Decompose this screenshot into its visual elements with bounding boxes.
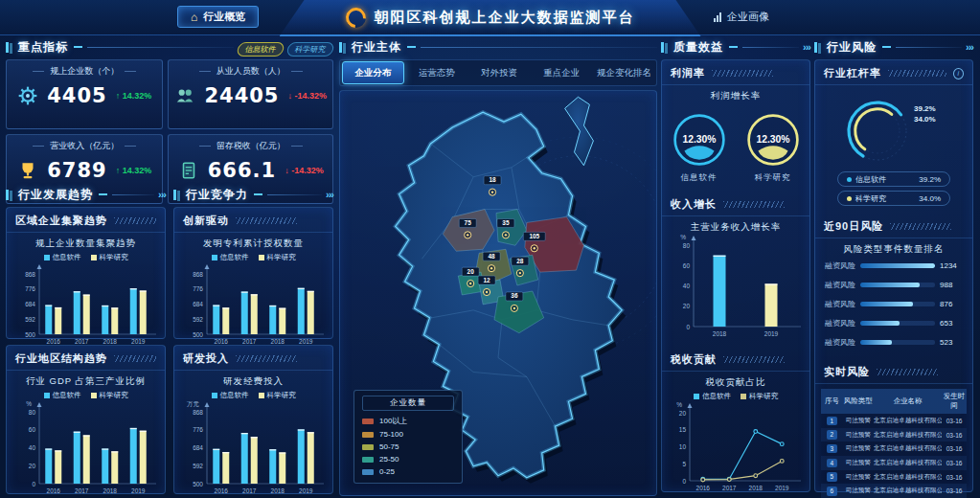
risk-bar-fill [860, 340, 892, 345]
header-line [112, 194, 154, 195]
block-subtitle: 近90日风险 [824, 219, 883, 234]
legend-label: 75-100 [379, 430, 403, 439]
card-subtitle: 行业地区结构趋势 [15, 351, 107, 366]
svg-label: 500 [193, 331, 203, 338]
legend-swatch [741, 394, 746, 399]
legend-name: 科学研究 [100, 391, 128, 400]
key-indicators-section: 重点指标 信息软件科学研究 规上企业数（个）4405↑ 14.32%从业人员数（… [6, 38, 333, 204]
bar-chart-icon [714, 12, 721, 22]
block-subheader: 收入增长 [662, 192, 809, 216]
section-title: 行业风险 [827, 39, 877, 56]
nav-tab-enterprise-profile[interactable]: 企业画像 [714, 10, 769, 24]
header-line [267, 194, 322, 195]
svg-label: 12.30% [682, 134, 716, 145]
more-arrows-icon[interactable]: ››› [326, 189, 333, 200]
kpi-delta: ↓ -14.32% [287, 91, 327, 101]
chart-title: 发明专利累计授权数量 [174, 238, 332, 250]
chart-title: 风险类型事件数量排名 [815, 243, 972, 256]
table-row: 2司法预警北京启迪卓越科技有限公司03-16 [821, 428, 967, 442]
legend-item: 信息软件 [212, 253, 249, 262]
more-arrows-icon[interactable]: ››› [966, 41, 973, 53]
svg-label: 40 [28, 444, 35, 451]
table-cell: 2 [821, 428, 843, 442]
table-cell: 司法预警 [843, 441, 874, 456]
kpi-card-title: 从业人员数（人） [174, 65, 327, 78]
table-head: 序号风险类型企业名称发生时间 [821, 389, 967, 414]
legend-label: 25-50 [379, 455, 399, 464]
svg-label: 2016 [696, 485, 711, 491]
card-subtitle: 研发投入 [183, 351, 229, 366]
main-header: 行业主体 [339, 38, 657, 56]
svg-label: 592 [25, 316, 35, 323]
map-legend-items: 100以上75-10050-7525-500-25 [362, 416, 454, 476]
legend-item: 信息软件 [694, 392, 731, 401]
app-title-bar: 朝阳区科创规上企业大数据监测平台 [280, 0, 701, 36]
chart-legend: 信息软件科学研究 [212, 253, 296, 262]
table-cell: 司法预警 [843, 428, 874, 442]
hatch-decoration [712, 70, 773, 77]
table-cell: 03-16 [942, 428, 967, 442]
tax-icon [178, 160, 199, 181]
leverage-legend-item: 科学研究34.0% [837, 191, 950, 206]
legend-swatch [362, 419, 374, 424]
more-arrows-icon[interactable]: ››› [803, 41, 810, 53]
table-row: 4司法预警北京启迪卓越科技有限公司03-16 [821, 456, 967, 470]
tab-0[interactable]: 企业分布 [342, 61, 404, 84]
gauge-label: 科学研究 [755, 172, 791, 184]
legend-swatch [362, 444, 374, 450]
title-dash [74, 46, 82, 48]
info-icon[interactable]: i [953, 68, 964, 79]
risk-bar-value: 988 [940, 281, 963, 289]
tab-2[interactable]: 对外投资 [468, 61, 529, 84]
legend-swatch [362, 457, 374, 463]
risk-bar-track [860, 283, 935, 287]
tab-1[interactable]: 运营态势 [406, 61, 467, 84]
risk-header: 行业风险 ››› [814, 38, 973, 56]
svg-label: 2017 [242, 487, 257, 494]
profit-gauge: 12.30%信息软件 [672, 112, 727, 184]
block-subtitle: 利润率 [671, 66, 705, 80]
legend-swatch [212, 393, 217, 398]
table-cell: 1 [821, 414, 843, 428]
svg-label: 2019 [299, 338, 313, 345]
category-tag-yellow[interactable]: 信息软件 [236, 42, 285, 57]
svg-label: 776 [193, 285, 203, 292]
people-icon [174, 85, 195, 106]
svg-label: 2016 [46, 338, 60, 345]
section-title: 行业竞争力 [186, 187, 248, 203]
map-exclave [565, 97, 594, 166]
table-cell: 03-16 [942, 484, 967, 498]
legend-swatch [212, 255, 217, 260]
row-index-badge: 5 [827, 472, 837, 482]
trend-header: 行业发展趋势 ››› [6, 186, 166, 203]
svg-label: 2018 [713, 330, 727, 337]
people-icon [174, 85, 195, 106]
tab-3[interactable]: 重点企业 [532, 61, 592, 84]
title-dash [254, 193, 262, 195]
section-title: 行业主体 [352, 39, 401, 56]
block-subheader: 行业杠杆率 i [815, 60, 972, 85]
more-arrows-icon[interactable]: ››› [158, 189, 166, 200]
trophy-icon [17, 160, 38, 181]
section-marker-icon [814, 42, 817, 53]
kpi-delta: ↓ -14.32% [285, 166, 324, 175]
header-line [742, 47, 799, 48]
svg-label: 20 [28, 463, 35, 469]
legend-swatch [259, 393, 264, 398]
home-icon: ⌂ [191, 11, 197, 23]
risk-bar-fill [860, 302, 913, 306]
table-cell: 司法预警 [843, 470, 874, 485]
svg-label: 2017 [242, 338, 257, 345]
nav-tab-industry-overview[interactable]: ⌂ 行业概览 [177, 6, 259, 28]
svg-label: 15 [679, 426, 687, 433]
block-subheader: 近90日风险 [815, 214, 972, 238]
rnd-spend-chart: 信息软件科学研究万元500592684776868201620172018201… [174, 388, 332, 496]
svg-label: 18 [489, 176, 496, 183]
svg-label: 2019 [131, 487, 146, 494]
category-tag-cyan[interactable]: 科学研究 [285, 42, 334, 57]
legend-value: 39.2% [919, 175, 941, 184]
tab-4[interactable]: 规企变化排名 [594, 61, 654, 84]
hatch-decoration [114, 217, 156, 224]
table-cell: 北京启迪卓越科技有限公司 [874, 484, 942, 498]
region-structure-card: 行业地区结构趋势 行业 GDP 占第三产业比例 信息软件科学研究%0204060… [6, 345, 166, 494]
